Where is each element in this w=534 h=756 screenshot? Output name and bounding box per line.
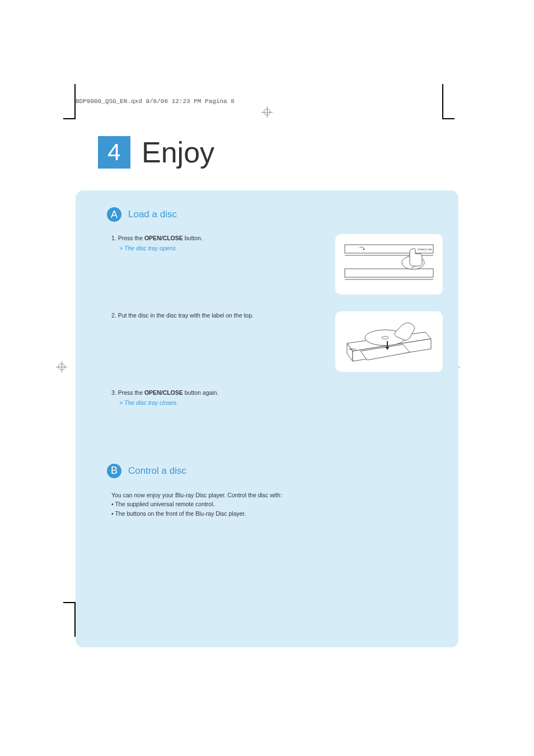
registration-mark-left xyxy=(56,361,67,372)
section-a-heading: A Load a disc xyxy=(107,207,443,222)
step-3-result: > The disc tray closes. xyxy=(119,399,443,408)
chapter-heading: 4 Enjoy xyxy=(98,136,458,169)
trim-mark xyxy=(63,118,76,119)
svg-text:OPEN/CLOSE: OPEN/CLOSE xyxy=(418,248,432,251)
chapter-number-badge: 4 xyxy=(98,136,130,169)
svg-text:MENU: MENU xyxy=(349,348,356,351)
svg-point-13 xyxy=(382,336,388,339)
section-b-title: Control a disc xyxy=(128,465,186,477)
section-b-body: You can now enjoy your Blu-ray Disc play… xyxy=(111,491,443,519)
section-a-title: Load a disc xyxy=(128,209,177,220)
illustration-insert-disc: MENU xyxy=(335,311,443,372)
list-item: The supplied universal remote control. xyxy=(111,500,443,509)
section-b-intro: You can now enjoy your Blu-ray Disc play… xyxy=(111,491,443,500)
illustration-open-close: OPEN/CLOSE close xyxy=(335,234,443,295)
svg-rect-2 xyxy=(345,269,433,277)
section-b-badge: B xyxy=(107,464,121,478)
page-content: BDP9000_QSG_EN.qxd 9/8/06 12:23 PM Pagin… xyxy=(76,98,458,647)
step-3-text: 3. Press the OPEN/CLOSE button again. > … xyxy=(111,389,443,408)
trim-mark xyxy=(63,602,76,603)
step-2-text: 2. Put the disc in the disc tray with th… xyxy=(111,311,291,372)
section-b-heading: B Control a disc xyxy=(107,464,443,478)
step-1-result: > The disc tray opens. xyxy=(119,244,291,253)
step-1-text: 1. Press the OPEN/CLOSE button. > The di… xyxy=(111,234,291,295)
list-item: The buttons on the front of the Blu-ray … xyxy=(111,509,443,519)
svg-point-4 xyxy=(363,248,364,249)
document-header: BDP9000_QSG_EN.qxd 9/8/06 12:23 PM Pagin… xyxy=(76,98,458,105)
content-panel: A Load a disc 1. Press the OPEN/CLOSE bu… xyxy=(76,190,458,647)
section-a-badge: A xyxy=(107,207,121,222)
chapter-title: Enjoy xyxy=(142,136,214,169)
